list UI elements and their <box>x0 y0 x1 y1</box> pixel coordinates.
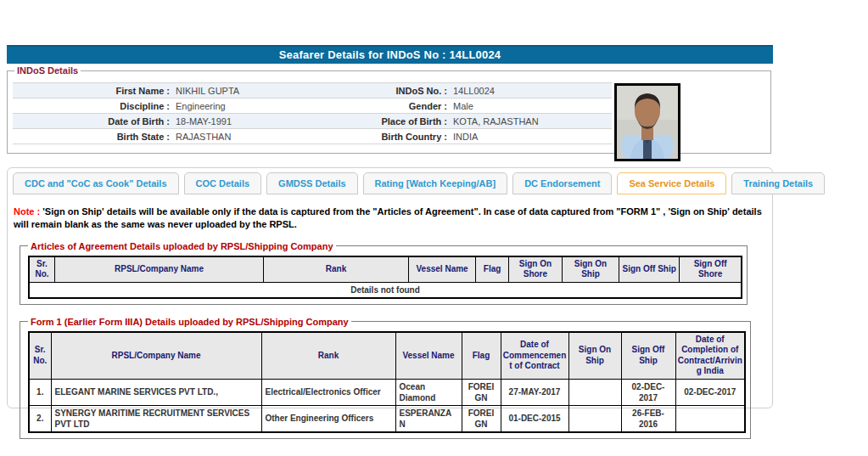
column-header: Vessel Name <box>395 332 462 380</box>
table-cell: Other Engineering Officers <box>261 405 395 432</box>
column-header: Rank <box>264 256 409 283</box>
column-header: RPSL/Company Name <box>51 332 261 380</box>
field-label: Discipline : <box>13 101 170 111</box>
column-header: Sign On Ship <box>562 256 619 283</box>
page-title: Seafarer Details for INDoS No : 14LL0024 <box>7 45 773 64</box>
column-header: Rank <box>261 332 395 380</box>
tab-coc-details[interactable]: COC Details <box>184 172 262 194</box>
form1-section: Form 1 (Earlier Form IIIA) Details uploa… <box>20 317 751 439</box>
table-cell: Ocean Diamond <box>395 379 462 405</box>
note-text: Note : 'Sign on Ship' details will be av… <box>14 205 764 232</box>
indos-detail-row: Discipline :EngineeringGender :Male <box>13 99 612 114</box>
table-row: 2.SYNERGY MARITIME RECRUITMENT SERVICES … <box>29 405 745 432</box>
table-cell: ELEGANT MARINE SERVICES PVT LTD., <box>51 379 261 405</box>
tab-gmdss-details[interactable]: GMDSS Details <box>266 172 357 194</box>
field-value: 14LL0024 <box>453 86 612 96</box>
tab-rating-watch-keeping-ab[interactable]: Rating [Watch Keeping/AB] <box>363 172 508 194</box>
tab-bar: CDC and "CoC as Cook" DetailsCOC Details… <box>8 168 772 194</box>
table-header-row: Sr. No.RPSL/Company NameRankVessel NameF… <box>29 332 745 380</box>
field-value: 18-MAY-1991 <box>176 116 369 127</box>
column-header: Sr. No. <box>29 256 55 283</box>
table-cell: SYNERGY MARITIME RECRUITMENT SERVICES PV… <box>51 405 261 432</box>
column-header: Vessel Name <box>408 256 475 283</box>
column-header: Date of Completion of Contract/Arriving … <box>675 332 745 380</box>
details-not-found-message: Details not found <box>29 282 742 298</box>
table-cell: 2. <box>29 405 51 432</box>
indos-details-section: INDoS Details First Name :NIKHIL GUPTAIN… <box>7 65 771 154</box>
seafarer-photo <box>614 83 680 161</box>
field-value: Male <box>453 101 612 111</box>
table-cell: 26-FEB-2016 <box>621 405 675 432</box>
note-prefix: Note : <box>14 206 40 217</box>
indos-detail-row: First Name :NIKHIL GUPTAINDoS No. :14LL0… <box>13 83 612 99</box>
column-header: RPSL/Company Name <box>55 256 264 283</box>
tab-widget: CDC and "CoC as Cook" DetailsCOC Details… <box>7 167 773 408</box>
note-body: 'Sign on Ship' details will be available… <box>14 206 762 229</box>
table-cell: 1. <box>29 379 51 405</box>
table-cell: Electrical/Electronics Officer <box>261 379 395 405</box>
table-cell: 02-DEC-2017 <box>675 379 745 405</box>
articles-of-agreement-table: Sr. No.RPSL/Company NameRankVessel NameF… <box>28 256 742 299</box>
articles-of-agreement-section: Articles of Agreement Details uploaded b… <box>20 241 748 305</box>
indos-detail-row: Birth State :RAJASTHANBirth Country :IND… <box>13 129 612 144</box>
column-header: Flag <box>462 332 501 380</box>
field-value: KOTA, RAJASTHAN <box>453 116 612 127</box>
field-label: Birth Country : <box>369 132 447 142</box>
field-label: Birth State : <box>13 132 170 142</box>
field-label: Gender : <box>369 101 447 111</box>
empty-row: Details not found <box>29 282 742 298</box>
field-label: First Name : <box>13 86 170 96</box>
column-header: Sr. No. <box>29 332 51 380</box>
table-cell: 27-MAY-2017 <box>501 379 568 405</box>
tab-cdc-and-coc-as-cook-details[interactable]: CDC and "CoC as Cook" Details <box>13 172 179 194</box>
table-cell: 02-DEC-2017 <box>621 379 675 405</box>
indos-details-legend: INDoS Details <box>14 65 81 76</box>
table-cell: FOREIGN <box>462 379 501 405</box>
table-cell: FOREIGN <box>462 405 501 432</box>
field-label: Date of Birth : <box>13 116 170 127</box>
column-header: Sign Off Shore <box>680 256 742 283</box>
column-header: Date of Commencement of Contract <box>501 332 568 380</box>
column-header: Flag <box>476 256 509 283</box>
table-cell <box>568 379 621 405</box>
table-cell: 01-DEC-2015 <box>501 405 568 432</box>
field-value: Engineering <box>176 101 369 111</box>
field-value: INDIA <box>453 132 612 142</box>
form1-table: Sr. No.RPSL/Company NameRankVessel NameF… <box>28 331 746 433</box>
indos-details-rows: First Name :NIKHIL GUPTAINDoS No. :14LL0… <box>13 82 612 144</box>
table-cell <box>568 405 621 432</box>
tab-training-details[interactable]: Training Details <box>731 172 825 194</box>
table-row: 1.ELEGANT MARINE SERVICES PVT LTD.,Elect… <box>29 379 745 405</box>
column-header: Sign On Shore <box>508 256 562 283</box>
seafarer-photo-image <box>617 86 678 159</box>
column-header: Sign On Ship <box>568 332 621 380</box>
form1-legend: Form 1 (Earlier Form IIIA) Details uploa… <box>28 317 351 327</box>
table-cell <box>675 405 745 432</box>
table-header-row: Sr. No.RPSL/Company NameRankVessel NameF… <box>29 256 742 283</box>
column-header: Sign Off Ship <box>619 256 680 283</box>
column-header: Sign Off Ship <box>621 332 675 380</box>
tab-dc-endorsement[interactable]: DC Endorsement <box>512 172 612 194</box>
field-value: NIKHIL GUPTA <box>176 86 369 96</box>
field-label: Place of Birth : <box>369 116 447 127</box>
field-value: RAJASTHAN <box>176 132 369 142</box>
articles-of-agreement-legend: Articles of Agreement Details uploaded b… <box>28 241 336 251</box>
table-cell: ESPERANZA N <box>395 405 462 432</box>
tab-sea-service-details[interactable]: Sea Service Details <box>617 172 726 194</box>
indos-detail-row: Date of Birth :18-MAY-1991Place of Birth… <box>13 114 612 129</box>
field-label: INDoS No. : <box>369 86 447 96</box>
